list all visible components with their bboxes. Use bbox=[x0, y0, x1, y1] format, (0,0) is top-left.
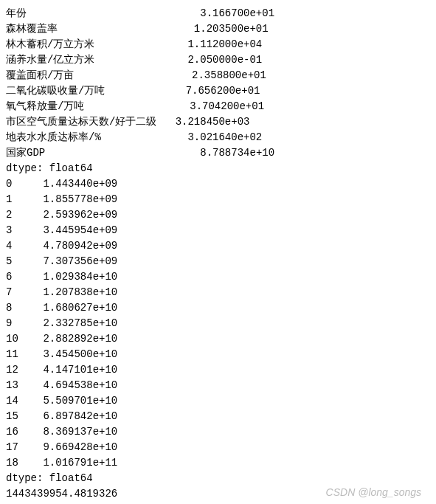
summary-value: 8.788734e+10 bbox=[200, 147, 274, 159]
series-index: 6 bbox=[6, 271, 12, 283]
series-index: 10 bbox=[6, 333, 18, 345]
summary-row: 二氧化碳吸收量/万吨 7.656200e+01 bbox=[6, 83, 430, 99]
series-index: 4 bbox=[6, 240, 12, 252]
series-value: 1.855778e+09 bbox=[43, 193, 117, 205]
summary-label: 国家GDP bbox=[6, 147, 45, 159]
series-value: 4.147101e+10 bbox=[43, 364, 117, 376]
summary-value: 2.358800e+01 bbox=[192, 69, 266, 81]
series-value: 1.016791e+11 bbox=[43, 457, 117, 469]
summary-row: 森林覆盖率 1.203500e+01 bbox=[6, 21, 430, 37]
dtype-line-1: dtype: float64 bbox=[6, 161, 430, 176]
series-row: 0 1.443440e+09 bbox=[6, 176, 430, 192]
series-index: 1 bbox=[6, 193, 12, 205]
series-index: 18 bbox=[6, 457, 18, 469]
series-value: 1.029384e+10 bbox=[43, 271, 117, 283]
series-value: 8.369137e+10 bbox=[43, 426, 117, 438]
summary-row: 覆盖面积/万亩 2.358800e+01 bbox=[6, 68, 430, 83]
series-value: 1.443440e+09 bbox=[43, 178, 117, 190]
series-row: 7 1.207838e+10 bbox=[6, 285, 430, 300]
series-row: 9 2.332785e+10 bbox=[6, 316, 430, 331]
series-value: 1.680627e+10 bbox=[43, 302, 117, 314]
summary-label: 氧气释放量/万吨 bbox=[6, 100, 84, 112]
summary-row: 氧气释放量/万吨 3.704200e+01 bbox=[6, 99, 430, 114]
series-index: 14 bbox=[6, 395, 18, 407]
summary-label: 覆盖面积/万亩 bbox=[6, 69, 74, 81]
summary-value: 2.050000e-01 bbox=[187, 54, 262, 66]
series-index: 3 bbox=[6, 224, 12, 236]
summary-value: 7.656200e+01 bbox=[186, 85, 260, 97]
series-value: 1.207838e+10 bbox=[43, 286, 117, 298]
summary-label: 市区空气质量达标天数/好于二级 bbox=[6, 116, 156, 128]
series-row: 15 6.897842e+10 bbox=[6, 409, 430, 424]
series-row: 14 5.509701e+10 bbox=[6, 393, 430, 409]
series-value: 3.454500e+10 bbox=[43, 348, 117, 360]
series-index: 9 bbox=[6, 317, 12, 329]
series-row: 18 1.016791e+11 bbox=[6, 455, 430, 471]
series-value: 7.307356e+09 bbox=[43, 255, 117, 267]
series-value: 3.445954e+09 bbox=[43, 224, 117, 236]
series-value: 2.882892e+10 bbox=[43, 333, 117, 345]
series-row: 12 4.147101e+10 bbox=[6, 362, 430, 378]
summary-label: 地表水水质达标率/% bbox=[6, 131, 101, 143]
summary-value: 3.704200e+01 bbox=[190, 100, 264, 112]
series-row: 3 3.445954e+09 bbox=[6, 223, 430, 238]
series-row: 1 1.855778e+09 bbox=[6, 192, 430, 207]
series-value: 9.669428e+10 bbox=[43, 441, 117, 453]
series-value: 4.694538e+10 bbox=[43, 379, 117, 391]
series-row: 8 1.680627e+10 bbox=[6, 300, 430, 316]
series-index: 11 bbox=[6, 348, 18, 360]
series-row: 17 9.669428e+10 bbox=[6, 440, 430, 455]
series-index: 5 bbox=[6, 255, 12, 267]
series-index: 16 bbox=[6, 426, 18, 438]
summary-label: 年份 bbox=[6, 7, 27, 19]
series-row: 13 4.694538e+10 bbox=[6, 378, 430, 393]
series-row: 2 2.593962e+09 bbox=[6, 207, 430, 223]
series-row: 10 2.882892e+10 bbox=[6, 331, 430, 347]
series-value: 5.509701e+10 bbox=[43, 395, 117, 407]
series-row: 16 8.369137e+10 bbox=[6, 424, 430, 440]
summary-row: 涵养水量/亿立方米 2.050000e-01 bbox=[6, 52, 430, 68]
series-index: 17 bbox=[6, 441, 18, 453]
series-value: 2.593962e+09 bbox=[43, 209, 117, 221]
series-index: 15 bbox=[6, 410, 18, 422]
series-value: 4.780942e+09 bbox=[43, 240, 117, 252]
summary-row: 林木蓄积/万立方米 1.112000e+04 bbox=[6, 37, 430, 52]
series-row: 11 3.454500e+10 bbox=[6, 347, 430, 362]
summary-row: 国家GDP 8.788734e+10 bbox=[6, 145, 430, 161]
series-index: 8 bbox=[6, 302, 12, 314]
series-index: 12 bbox=[6, 364, 18, 376]
summary-value: 3.166700e+01 bbox=[200, 7, 274, 19]
summary-label: 二氧化碳吸收量/万吨 bbox=[6, 85, 105, 97]
summary-label: 森林覆盖率 bbox=[6, 23, 58, 35]
dtype-line-2: dtype: float64 bbox=[6, 471, 430, 486]
series-value: 2.332785e+10 bbox=[43, 317, 117, 329]
summary-value: 3.021640e+02 bbox=[187, 131, 262, 143]
series-index: 2 bbox=[6, 209, 12, 221]
summary-value: 1.203500e+01 bbox=[194, 23, 269, 35]
summary-row: 年份 3.166700e+01 bbox=[6, 6, 430, 21]
summary-label: 林木蓄积/万立方米 bbox=[6, 38, 94, 50]
series-row: 6 1.029384e+10 bbox=[6, 269, 430, 285]
series-index: 13 bbox=[6, 379, 18, 391]
final-value: 1443439954.4819326 bbox=[6, 486, 430, 502]
series-value: 6.897842e+10 bbox=[43, 410, 117, 422]
summary-value: 3.218450e+03 bbox=[176, 116, 250, 128]
series-block: 0 1.443440e+091 1.855778e+092 2.593962e+… bbox=[6, 176, 430, 471]
series-row: 4 4.780942e+09 bbox=[6, 238, 430, 254]
series-row: 5 7.307356e+09 bbox=[6, 254, 430, 269]
summary-row: 地表水水质达标率/% 3.021640e+02 bbox=[6, 130, 430, 145]
summary-label: 涵养水量/亿立方米 bbox=[6, 54, 94, 66]
summary-block: 年份 3.166700e+01森林覆盖率 1.203500e+01林木蓄积/万立… bbox=[6, 6, 430, 161]
summary-value: 1.112000e+04 bbox=[187, 38, 262, 50]
series-index: 7 bbox=[6, 286, 12, 298]
summary-row: 市区空气质量达标天数/好于二级 3.218450e+03 bbox=[6, 114, 430, 130]
series-index: 0 bbox=[6, 178, 12, 190]
